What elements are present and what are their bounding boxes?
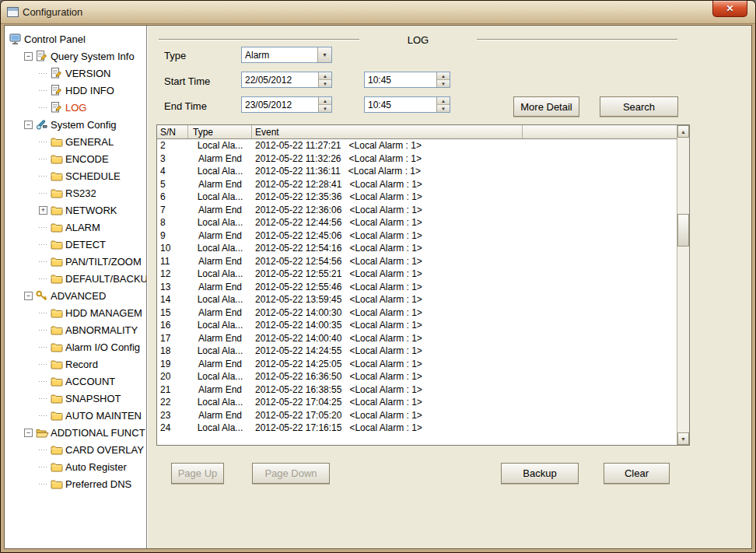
row-filler xyxy=(523,319,678,332)
start-time-input[interactable] xyxy=(365,72,436,87)
type-cell: Alarm End xyxy=(188,178,252,191)
expand-plus-icon[interactable]: + xyxy=(39,206,47,215)
table-row[interactable]: 16Local Ala...2012-05-22 14:00:35 <Local… xyxy=(157,319,678,332)
computer-icon xyxy=(9,33,24,45)
table-row[interactable]: 17Alarm End2012-05-22 14:00:40 <Local Al… xyxy=(157,332,678,345)
tree-item-preferred-dns[interactable]: Preferred DNS xyxy=(5,475,146,492)
spin-down-icon[interactable]: ▼ xyxy=(437,80,450,87)
type-select[interactable]: Alarm ▼ xyxy=(241,47,332,63)
tree-connector xyxy=(39,90,51,91)
table-row[interactable]: 2Local Ala...2012-05-22 11:27:21 <Local … xyxy=(157,139,678,152)
table-row[interactable]: 15Alarm End2012-05-22 14:00:30 <Local Al… xyxy=(157,306,678,320)
collapse-minus-icon[interactable]: − xyxy=(24,292,33,300)
table-row[interactable]: 14Local Ala...2012-05-22 13:59:45 <Local… xyxy=(157,293,678,306)
close-button[interactable]: ✕ xyxy=(712,1,747,17)
tree-item-label: Query System Info xyxy=(51,51,135,62)
titlebar[interactable]: Configuration ✕ xyxy=(1,1,755,24)
tree-item-query-system-info[interactable]: −Query System Info xyxy=(5,47,146,65)
tree-item-alarm[interactable]: ALARM xyxy=(5,219,146,236)
tree-item-auto-mainten[interactable]: AUTO MAINTEN xyxy=(5,407,146,424)
table-row[interactable]: 4Local Ala...2012-05-22 11:36:11 <Local … xyxy=(157,165,678,178)
backup-button[interactable]: Backup xyxy=(501,463,579,484)
page-up-button[interactable]: Page Up xyxy=(171,463,224,484)
tree-item-advanced[interactable]: −ADVANCED xyxy=(5,287,146,304)
tree-item-label: Auto Register xyxy=(65,461,127,473)
tree-item-addtional-funct[interactable]: −ADDTIONAL FUNCT xyxy=(5,424,146,441)
table-row[interactable]: 19Alarm End2012-05-22 14:25:05 <Local Al… xyxy=(157,358,678,371)
tree-item-rs232[interactable]: RS232 xyxy=(5,184,146,201)
tree-item-snapshot[interactable]: SNAPSHOT xyxy=(5,390,146,407)
tree-item-hdd-info[interactable]: HDD INFO xyxy=(5,82,146,99)
end-time-input[interactable] xyxy=(365,97,436,112)
tree-item-network[interactable]: +NETWORK xyxy=(5,201,146,219)
sn-cell: 5 xyxy=(157,178,188,191)
tree-item-alarm-i-o-config[interactable]: Alarm I/O Config xyxy=(5,338,146,355)
sn-cell: 22 xyxy=(157,396,188,409)
table-row[interactable]: 22Local Ala...2012-05-22 17:04:25 <Local… xyxy=(157,396,678,409)
sn-cell: 15 xyxy=(157,306,188,320)
column-header-event[interactable]: Event xyxy=(252,125,523,138)
tree-item-record[interactable]: Record xyxy=(5,355,146,373)
more-detail-button[interactable]: More Detail xyxy=(513,96,579,117)
type-cell: Local Ala... xyxy=(188,370,252,383)
tree-item-control-panel[interactable]: Control Panel xyxy=(5,30,146,47)
scrollbar[interactable]: ▲ ▼ xyxy=(677,125,689,445)
clear-button[interactable]: Clear xyxy=(604,463,670,484)
chevron-down-icon[interactable]: ▼ xyxy=(317,47,331,62)
tree-item-abnormality[interactable]: ABNORMALITY xyxy=(5,321,146,338)
tree-item-log[interactable]: LOG xyxy=(5,99,146,116)
spin-down-icon[interactable]: ▼ xyxy=(319,80,331,87)
table-row[interactable]: 21Alarm End2012-05-22 16:38:55 <Local Al… xyxy=(157,383,678,397)
sn-cell: 10 xyxy=(157,242,188,255)
tree-connector xyxy=(39,261,51,262)
row-filler xyxy=(523,255,678,268)
tree-item-auto-register[interactable]: Auto Register xyxy=(5,458,146,475)
table-row[interactable]: 6Local Ala...2012-05-22 12:35:36 <Local … xyxy=(157,191,678,204)
spin-up-icon[interactable]: ▲ xyxy=(319,72,331,80)
tree-item-detect[interactable]: DETECT xyxy=(5,236,146,253)
scroll-down-icon[interactable]: ▼ xyxy=(677,432,689,445)
tree-item-pan-tilt-zoom[interactable]: PAN/TILT/ZOOM xyxy=(5,253,146,270)
scroll-up-icon[interactable]: ▲ xyxy=(677,125,689,138)
spin-down-icon[interactable]: ▼ xyxy=(437,105,450,112)
page-down-button[interactable]: Page Down xyxy=(252,463,330,484)
table-row[interactable]: 23Alarm End2012-05-22 17:05:20 <Local Al… xyxy=(157,409,678,422)
start-date-input[interactable] xyxy=(242,72,318,87)
table-row[interactable]: 10Local Ala...2012-05-22 12:54:16 <Local… xyxy=(157,242,678,255)
tree-item-general[interactable]: GENERAL xyxy=(5,133,146,150)
table-row[interactable]: 20Local Ala...2012-05-22 16:36:50 <Local… xyxy=(157,370,678,383)
table-row[interactable]: 5Alarm End2012-05-22 12:28:41 <Local Ala… xyxy=(157,178,678,191)
tree-item-account[interactable]: ACCOUNT xyxy=(5,373,146,390)
spin-up-icon[interactable]: ▲ xyxy=(319,97,331,105)
scroll-thumb[interactable] xyxy=(677,214,689,247)
tree-item-card-overlay[interactable]: CARD OVERLAY xyxy=(5,441,146,458)
tree-item-label: SCHEDULE xyxy=(65,170,121,182)
table-row[interactable]: 18Local Ala...2012-05-22 14:24:55 <Local… xyxy=(157,345,678,358)
tree-item-schedule[interactable]: SCHEDULE xyxy=(5,167,146,184)
search-button[interactable]: Search xyxy=(600,96,678,117)
collapse-minus-icon[interactable]: − xyxy=(24,429,33,437)
tree-item-encode[interactable]: ENCODE xyxy=(5,150,146,167)
tree-item-version[interactable]: VERSION xyxy=(5,65,146,82)
table-row[interactable]: 9Alarm End2012-05-22 12:45:06 <Local Ala… xyxy=(157,229,678,243)
table-row[interactable]: 11Alarm End2012-05-22 12:54:56 <Local Al… xyxy=(157,255,678,268)
collapse-minus-icon[interactable]: − xyxy=(24,52,33,61)
spin-up-icon[interactable]: ▲ xyxy=(437,72,450,80)
table-row[interactable]: 7Alarm End2012-05-22 12:36:06 <Local Ala… xyxy=(157,204,678,217)
folder-icon xyxy=(51,462,65,472)
table-row[interactable]: 24Local Ala...2012-05-22 17:16:15 <Local… xyxy=(157,422,678,435)
table-row[interactable]: 8Local Ala...2012-05-22 12:44:56 <Local … xyxy=(157,216,678,229)
type-cell: Local Ala... xyxy=(188,422,252,435)
table-row[interactable]: 3Alarm End2012-05-22 11:32:26 <Local Ala… xyxy=(157,152,678,166)
table-row[interactable]: 12Local Ala...2012-05-22 12:55:21 <Local… xyxy=(157,268,678,281)
spin-down-icon[interactable]: ▼ xyxy=(319,105,331,112)
tree-item-default-backu[interactable]: DEFAULT/BACKU xyxy=(5,270,146,287)
column-header-sn[interactable]: S/N xyxy=(157,125,188,138)
end-date-input[interactable] xyxy=(242,97,318,112)
tree-item-hdd-managem[interactable]: HDD MANAGEM xyxy=(5,304,146,321)
column-header-type[interactable]: Type xyxy=(188,125,252,138)
tree-item-system-config[interactable]: −System Config xyxy=(5,116,146,133)
collapse-minus-icon[interactable]: − xyxy=(24,121,33,129)
table-row[interactable]: 13Alarm End2012-05-22 12:55:46 <Local Al… xyxy=(157,281,678,294)
spin-up-icon[interactable]: ▲ xyxy=(437,97,450,105)
